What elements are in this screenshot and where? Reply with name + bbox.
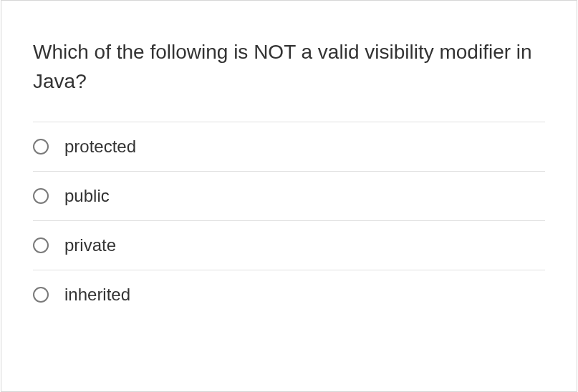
option-public[interactable]: public [33,171,545,220]
option-protected[interactable]: protected [33,122,545,171]
option-private[interactable]: private [33,220,545,270]
options-list: protected public private inherited [1,122,577,319]
option-label: private [64,235,116,255]
question-card: Which of the following is NOT a valid vi… [1,0,577,392]
option-label: inherited [64,285,130,305]
option-label: public [64,186,110,206]
option-label: protected [64,137,136,157]
radio-icon [33,287,49,303]
option-inherited[interactable]: inherited [33,270,545,319]
question-text: Which of the following is NOT a valid vi… [1,1,577,122]
radio-icon [33,188,49,204]
radio-icon [33,237,49,253]
radio-icon [33,139,49,155]
